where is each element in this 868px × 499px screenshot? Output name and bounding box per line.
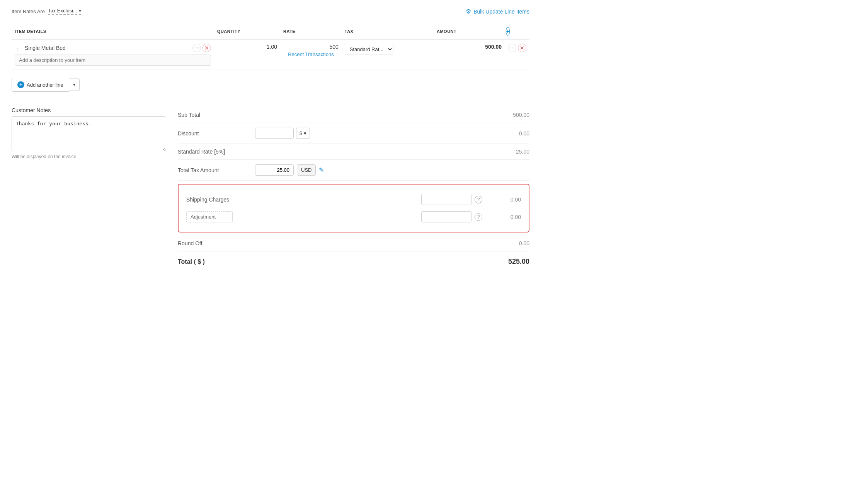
customer-notes-section: Customer Notes Thanks for your business.… [12, 107, 166, 159]
tax-amount-input[interactable] [255, 164, 294, 176]
chevron-down-icon: ▾ [79, 8, 81, 14]
shipping-help-icon[interactable]: ? [475, 196, 482, 203]
round-off-label: Round Off [178, 240, 255, 246]
customer-notes-hint: Will be displayed on the invoice [12, 154, 166, 159]
item-remove-button[interactable]: ✕ [203, 44, 211, 52]
item-details-cell: ⋮ Single Metal Bed ⋯ ✕ [12, 40, 214, 70]
round-off-value: 0.00 [483, 240, 529, 246]
discount-value: 0.00 [483, 130, 529, 137]
round-off-row: Round Off 0.00 [178, 236, 529, 251]
highlighted-section: Shipping Charges ? 0.00 ? [178, 184, 529, 232]
drag-handle-icon[interactable]: ⋮ [15, 44, 23, 52]
shipping-row: Shipping Charges ? 0.00 [186, 191, 521, 208]
add-line-wrapper: + Add another line ▾ [12, 78, 529, 92]
shipping-label: Shipping Charges [186, 197, 256, 203]
line-items-table: ITEM DETAILS QUANTITY RATE TAX AMOUNT + [12, 23, 529, 70]
item-rate: 500 [329, 44, 338, 50]
currency-box: USD [297, 164, 316, 176]
item-tax-cell: Standard Rat... [342, 40, 434, 70]
item-quantity: 1.00 [267, 44, 277, 50]
total-label: Total ( $ ) [178, 258, 205, 265]
bulk-update-label: Bulk Update Line Items [473, 9, 529, 15]
chevron-down-icon: ▾ [73, 82, 75, 87]
adjustment-help-icon[interactable]: ? [475, 213, 482, 221]
chevron-down-icon: ▾ [304, 130, 306, 136]
add-column-header: + [505, 23, 511, 39]
item-name: Single Metal Bed [25, 45, 66, 51]
item-rate-cell: 500 Recent Transactions [280, 40, 342, 70]
row-more-options-button[interactable]: ⋯ [508, 44, 516, 52]
item-rates-value: Tax Exclusi... [48, 8, 77, 14]
standard-rate-row: Standard Rate [5%] 25.00 [178, 144, 529, 160]
total-tax-label: Total Tax Amount [178, 167, 255, 173]
tax-dropdown[interactable]: Standard Rat... [345, 44, 393, 55]
totals-area: Sub Total 500.00 Discount $ ▾ 0.00 [178, 107, 529, 272]
totals-section: Sub Total 500.00 Discount $ ▾ 0.00 [178, 107, 529, 272]
item-amount-cell: 500.00 [434, 40, 505, 70]
col-header-quantity: QUANTITY [214, 23, 280, 40]
total-row: Total ( $ ) 525.00 [178, 251, 529, 272]
customer-notes-textarea[interactable]: Thanks for your business. [12, 116, 166, 151]
subtotal-value: 500.00 [483, 112, 529, 118]
item-rates-label: Item Rates Are [12, 9, 45, 14]
item-description-input[interactable] [15, 55, 211, 66]
subtotal-label: Sub Total [178, 112, 255, 118]
total-tax-row: Total Tax Amount USD ✎ [178, 160, 529, 181]
item-amount: 500.00 [485, 44, 502, 50]
subtotal-row: Sub Total 500.00 [178, 107, 529, 123]
adjustment-input[interactable] [421, 211, 471, 222]
adjustment-row: ? 0.00 [186, 208, 521, 226]
top-bar: Item Rates Are Tax Exclusi... ▾ ⚙ Bulk U… [12, 8, 529, 15]
bulk-update-button[interactable]: ⚙ Bulk Update Line Items [466, 8, 529, 15]
add-line-label: Add another line [27, 82, 63, 88]
adjustment-value: 0.00 [490, 214, 521, 220]
discount-label: Discount [178, 130, 255, 137]
standard-rate-label: Standard Rate [5%] [178, 149, 255, 155]
total-value: 525.00 [508, 258, 529, 266]
item-row-actions-cell: ⋯ ✕ [505, 40, 529, 70]
bottom-section: Customer Notes Thanks for your business.… [12, 107, 529, 272]
plus-circle-icon: + [17, 81, 24, 88]
pencil-icon[interactable]: ✎ [319, 166, 324, 174]
col-header-tax: TAX [342, 23, 434, 40]
customer-notes-label: Customer Notes [12, 107, 166, 113]
item-quantity-cell: 1.00 [214, 40, 280, 70]
col-header-amount: AMOUNT [434, 23, 505, 40]
col-header-rate: RATE [280, 23, 342, 40]
recent-transactions-link[interactable]: Recent Transactions [283, 51, 339, 57]
add-line-dropdown-button[interactable]: ▾ [69, 79, 80, 91]
shipping-input[interactable] [421, 194, 471, 205]
discount-input[interactable] [255, 128, 294, 139]
row-remove-button[interactable]: ✕ [518, 44, 526, 52]
col-header-item: ITEM DETAILS [12, 23, 214, 40]
adjustment-label-input[interactable] [186, 211, 233, 222]
gear-icon: ⚙ [466, 8, 471, 15]
discount-currency: $ [300, 130, 302, 136]
discount-type-button[interactable]: $ ▾ [296, 128, 310, 139]
add-another-line-button[interactable]: + Add another line [12, 78, 69, 92]
standard-rate-value: 25.00 [483, 149, 529, 155]
discount-row: Discount $ ▾ 0.00 [178, 123, 529, 144]
table-row: ⋮ Single Metal Bed ⋯ ✕ 1.00 [12, 40, 529, 70]
shipping-value: 0.00 [490, 197, 521, 203]
item-rates-area: Item Rates Are Tax Exclusi... ▾ [12, 8, 81, 15]
add-column-button[interactable]: + [506, 27, 510, 36]
item-more-options-button[interactable]: ⋯ [192, 44, 201, 52]
item-rates-select[interactable]: Tax Exclusi... ▾ [48, 8, 81, 15]
